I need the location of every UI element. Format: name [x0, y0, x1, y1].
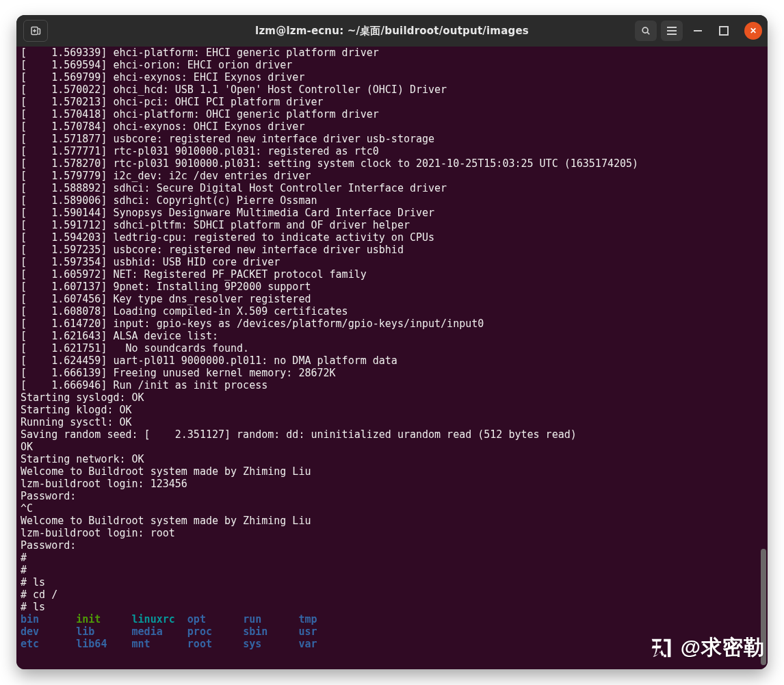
kernel-log-line: [ 1.578270] rtc-pl031 9010000.pl031: set…	[21, 157, 763, 170]
ls-row: dev lib media proc sbin usr	[21, 625, 763, 638]
kernel-log-line: [ 1.579779] i2c_dev: i2c /dev entries dr…	[21, 170, 763, 182]
terminal-line: Running sysctl: OK	[21, 416, 763, 428]
kernel-log-line: [ 1.624459] uart-pl011 9000000.pl011: no…	[21, 354, 763, 367]
new-tab-icon	[30, 25, 41, 36]
ls-entry: sys	[243, 638, 298, 650]
ls-entry: root	[187, 638, 243, 650]
kernel-log-line: [ 1.666946] Run /init as init process	[21, 379, 763, 391]
new-tab-button[interactable]	[23, 20, 48, 42]
kernel-log-line: [ 1.589006] sdhci: Copyright(c) Pierre O…	[21, 194, 763, 207]
kernel-log-line: [ 1.591712] sdhci-pltfm: SDHCI platform …	[21, 219, 763, 231]
terminal-line: ^C	[21, 502, 763, 515]
search-button[interactable]	[635, 21, 657, 41]
kernel-log-line: [ 1.597354] usbhid: USB HID core driver	[21, 256, 763, 268]
terminal-line: Welcome to Buildroot system made by Zhim…	[21, 515, 763, 527]
kernel-log-line: [ 1.570418] ohci-platform: OHCI generic …	[21, 108, 763, 120]
kernel-log-line: [ 1.621643] ALSA device list:	[21, 330, 763, 342]
terminal-line: Starting network: OK	[21, 453, 763, 465]
svg-point-3	[642, 27, 648, 33]
minimize-button[interactable]	[687, 21, 709, 41]
close-button[interactable]: ✕	[744, 22, 762, 40]
search-icon	[641, 26, 651, 36]
kernel-log-line: [ 1.608078] Loading compiled-in X.509 ce…	[21, 305, 763, 318]
ls-row: etc lib64 mnt root sys var	[21, 638, 763, 650]
kernel-log-line: [ 1.607456] Key type dns_resolver regist…	[21, 293, 763, 305]
kernel-log-line: [ 1.588892] sdhci: Secure Digital Host C…	[21, 182, 763, 194]
kernel-log-line: [ 1.605972] NET: Registered PF_PACKET pr…	[21, 268, 763, 281]
kernel-log-line: [ 1.594203] ledtrig-cpu: registered to i…	[21, 231, 763, 244]
kernel-log-line: [ 1.569339] ehci-platform: EHCI generic …	[21, 47, 763, 59]
kernel-log-line: [ 1.571877] usbcore: registered new inte…	[21, 133, 763, 145]
kernel-log-line: [ 1.570784] ohci-exynos: OHCI Exynos dri…	[21, 120, 763, 133]
kernel-log-line: [ 1.569594] ehci-orion: EHCI orion drive…	[21, 59, 763, 71]
kernel-log-line: [ 1.570022] ohci_hcd: USB 1.1 'Open' Hos…	[21, 83, 763, 96]
kernel-log-line: [ 1.666139] Freeing unused kernel memory…	[21, 367, 763, 379]
terminal-line: Starting klogd: OK	[21, 404, 763, 416]
terminal-line: # ls	[21, 601, 763, 613]
titlebar: lzm@lzm-ecnu: ~/桌面/buildroot/output/imag…	[16, 15, 768, 47]
terminal-line: # ls	[21, 576, 763, 589]
close-icon: ✕	[750, 26, 757, 36]
terminal-line: #	[21, 552, 763, 564]
kernel-log-line: [ 1.577771] rtc-pl031 9010000.pl031: reg…	[21, 145, 763, 157]
scrollbar-track[interactable]	[761, 47, 766, 669]
ls-entry: proc	[187, 625, 243, 638]
terminal-content: [ 1.569339] ehci-platform: EHCI generic …	[21, 47, 763, 650]
ls-row: bin init linuxrc opt run tmp	[21, 613, 763, 625]
kernel-log-line: [ 1.590144] Synopsys Designware Multimed…	[21, 207, 763, 219]
maximize-icon	[719, 26, 729, 36]
ls-entry: sbin	[243, 625, 298, 638]
hamburger-icon	[667, 30, 677, 31]
terminal-line: lzm-buildroot login: root	[21, 527, 763, 539]
kernel-log-line: [ 1.607137] 9pnet: Installing 9P2000 sup…	[21, 281, 763, 293]
terminal-line: # cd /	[21, 589, 763, 601]
ls-entry: etc	[21, 638, 76, 650]
hamburger-menu-button[interactable]	[661, 21, 683, 41]
ls-entry: var	[298, 638, 354, 650]
minimize-icon	[694, 30, 702, 31]
scrollbar-thumb[interactable]	[761, 549, 766, 665]
kernel-log-line: [ 1.569799] ehci-exynos: EHCI Exynos dri…	[21, 71, 763, 83]
ls-entry: media	[132, 625, 187, 638]
kernel-log-line: [ 1.621751] No soundcards found.	[21, 342, 763, 354]
terminal-line: Starting syslogd: OK	[21, 391, 763, 404]
ls-entry: usr	[298, 625, 354, 638]
terminal-line: lzm-buildroot login: 123456	[21, 478, 763, 490]
terminal-line: Password:	[21, 539, 763, 552]
svg-line-4	[647, 32, 649, 34]
terminal-line: Welcome to Buildroot system made by Zhim…	[21, 465, 763, 478]
kernel-log-line: [ 1.570213] ohci-pci: OHCI PCI platform …	[21, 96, 763, 108]
terminal-viewport[interactable]: [ 1.569339] ehci-platform: EHCI generic …	[16, 47, 768, 669]
terminal-window: lzm@lzm-ecnu: ~/桌面/buildroot/output/imag…	[16, 15, 768, 669]
ls-entry: lib	[76, 625, 131, 638]
terminal-line: Saving random seed: [ 2.351127] random: …	[21, 428, 763, 441]
maximize-button[interactable]	[713, 21, 735, 41]
ls-entry: mnt	[132, 638, 187, 650]
terminal-line: OK	[21, 441, 763, 453]
ls-entry: dev	[21, 625, 76, 638]
ls-entry: tmp	[298, 613, 354, 625]
ls-entry: run	[243, 613, 298, 625]
kernel-log-line: [ 1.597235] usbcore: registered new inte…	[21, 244, 763, 256]
ls-entry: bin	[21, 613, 76, 625]
ls-entry: init	[76, 613, 131, 625]
kernel-log-line: [ 1.614720] input: gpio-keys as /devices…	[21, 318, 763, 330]
ls-entry: linuxrc	[132, 613, 187, 625]
ls-entry: opt	[187, 613, 243, 625]
ls-entry: lib64	[76, 638, 131, 650]
terminal-line: #	[21, 564, 763, 576]
terminal-line: Password:	[21, 490, 763, 502]
